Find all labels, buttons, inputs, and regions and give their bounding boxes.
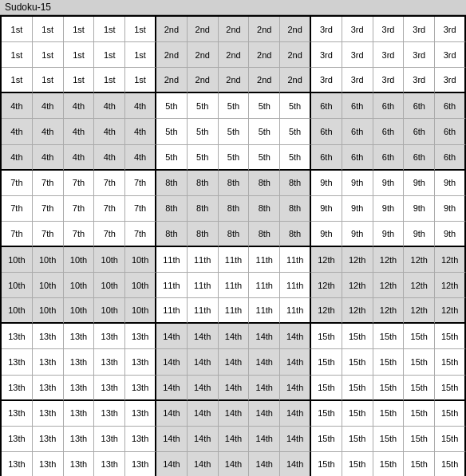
grid-cell: 4th (33, 93, 64, 119)
title-bar: Sudoku-15 (0, 0, 466, 15)
grid-cell: 7th (2, 171, 33, 196)
grid-cell: 14th (249, 401, 280, 427)
grid-cell: 14th (156, 376, 188, 401)
grid-cell: 4th (125, 93, 156, 119)
grid-cell: 4th (94, 119, 125, 144)
grid-cell: 12th (342, 273, 373, 298)
grid-cell: 14th (156, 349, 188, 375)
grid-cell: 13th (33, 452, 64, 476)
grid-cell: 9th (435, 171, 466, 196)
grid-cell: 15th (435, 401, 466, 427)
grid-cell: 6th (373, 145, 405, 171)
grid-cell: 8th (219, 171, 250, 196)
grid-cell: 6th (435, 93, 466, 119)
grid-cell: 11th (219, 298, 250, 324)
grid-cell: 12th (373, 247, 405, 273)
grid-cell: 4th (2, 119, 33, 144)
grid-cell: 13th (94, 349, 125, 375)
grid-cell: 2nd (249, 42, 280, 68)
grid-cell: 13th (125, 401, 156, 427)
grid-cell: 11th (280, 298, 311, 324)
grid-cell: 2nd (219, 42, 250, 68)
grid-cell: 8th (188, 222, 219, 247)
grid-cell: 5th (156, 145, 188, 171)
grid-cell: 9th (404, 222, 435, 247)
grid-cell: 5th (219, 93, 250, 119)
grid-cell: 3rd (435, 17, 466, 42)
grid-cell: 1st (64, 68, 95, 93)
grid-cell: 7th (64, 171, 95, 196)
grid-cell: 11th (188, 273, 219, 298)
grid-cell: 2nd (156, 17, 188, 42)
grid-cell: 14th (249, 427, 280, 452)
grid-cell: 14th (280, 324, 311, 349)
grid-cell: 13th (2, 376, 33, 401)
grid-cell: 9th (311, 222, 342, 247)
grid-cell: 3rd (404, 17, 435, 42)
grid-cell: 1st (94, 42, 125, 68)
grid-cell: 13th (33, 324, 64, 349)
grid-cell: 15th (373, 324, 405, 349)
grid-cell: 6th (373, 93, 405, 119)
grid-cell: 3rd (435, 42, 466, 68)
grid-cell: 13th (2, 427, 33, 452)
grid-cell: 4th (33, 145, 64, 171)
grid-cell: 13th (2, 452, 33, 476)
grid-cell: 2nd (280, 42, 311, 68)
grid-cell: 8th (188, 196, 219, 222)
grid-cell: 15th (404, 376, 435, 401)
grid-cell: 9th (373, 222, 405, 247)
grid-cell: 13th (94, 427, 125, 452)
grid-cell: 13th (2, 324, 33, 349)
grid-cell: 13th (64, 427, 95, 452)
grid-cell: 15th (311, 349, 342, 375)
grid-cell: 14th (188, 452, 219, 476)
grid-cell: 3rd (435, 68, 466, 93)
grid-cell: 15th (373, 427, 405, 452)
grid-cell: 14th (156, 324, 188, 349)
grid-cell: 3rd (373, 17, 405, 42)
grid-cell: 14th (156, 401, 188, 427)
grid-cell: 13th (94, 401, 125, 427)
grid-cell: 1st (125, 42, 156, 68)
grid-cell: 14th (280, 349, 311, 375)
grid-cell: 3rd (311, 68, 342, 93)
grid-cell: 13th (125, 427, 156, 452)
grid-cell: 6th (404, 119, 435, 144)
grid-cell: 4th (64, 145, 95, 171)
grid-cell: 13th (125, 376, 156, 401)
grid-cell: 9th (311, 171, 342, 196)
grid-cell: 14th (156, 427, 188, 452)
grid-cell: 5th (249, 145, 280, 171)
grid-cell: 6th (342, 93, 373, 119)
grid-cell: 5th (219, 145, 250, 171)
grid-cell: 9th (373, 171, 405, 196)
grid-cell: 4th (125, 145, 156, 171)
grid-cell: 13th (64, 349, 95, 375)
grid-cell: 9th (342, 171, 373, 196)
grid-cell: 8th (156, 222, 188, 247)
grid-cell: 14th (219, 376, 250, 401)
grid-cell: 2nd (188, 42, 219, 68)
grid-cell: 9th (404, 171, 435, 196)
grid-cell: 10th (125, 247, 156, 273)
grid-cell: 14th (280, 427, 311, 452)
grid-cell: 14th (219, 349, 250, 375)
grid-cell: 10th (33, 298, 64, 324)
grid-cell: 14th (249, 349, 280, 375)
grid-cell: 10th (64, 247, 95, 273)
grid-cell: 12th (342, 247, 373, 273)
grid-cell: 6th (435, 119, 466, 144)
grid-cell: 6th (404, 93, 435, 119)
grid-cell: 10th (94, 298, 125, 324)
grid-cell: 1st (125, 68, 156, 93)
grid-cell: 12th (311, 273, 342, 298)
grid-cell: 4th (2, 145, 33, 171)
grid-cell: 1st (125, 17, 156, 42)
grid-cell: 7th (94, 222, 125, 247)
grid-cell: 11th (156, 247, 188, 273)
grid-cell: 14th (219, 452, 250, 476)
grid-cell: 15th (342, 401, 373, 427)
title: Sudoku-15 (5, 2, 51, 13)
grid-cell: 8th (249, 171, 280, 196)
